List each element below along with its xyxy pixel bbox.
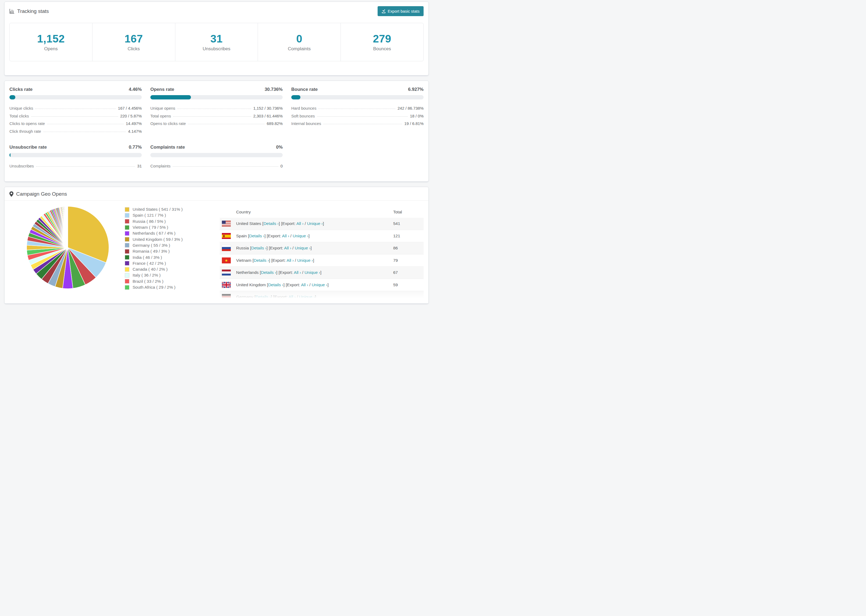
rate-value: 4.46%: [129, 87, 142, 92]
legend-swatch-icon: [125, 219, 129, 223]
legend-item-india[interactable]: India ( 46 / 3% ): [125, 254, 183, 260]
legend-item-south-africa[interactable]: South Africa ( 29 / 2% ): [125, 284, 183, 290]
country-name: Germany [: [236, 295, 255, 299]
export-prefix: ] [Export:: [271, 295, 288, 299]
rate-detail-label: Hard bounces: [291, 106, 316, 110]
export-all-link[interactable]: All ›: [288, 295, 296, 299]
legend-item-netherlands[interactable]: Netherlands ( 67 / 4% ): [125, 230, 183, 236]
legend-item-brazil[interactable]: Brazil ( 33 / 2% ): [125, 278, 183, 284]
export-unique-link[interactable]: Unique ›: [304, 270, 320, 275]
total-column-header: Total: [393, 210, 424, 214]
tracking-stats-card: Tracking stats Export basic stats 1,152O…: [5, 2, 428, 75]
legend-item-france[interactable]: France ( 42 / 2% ): [125, 261, 183, 266]
export-all-link[interactable]: All ›: [282, 234, 290, 238]
progress-bar: [9, 95, 142, 99]
rate-title: Clicks rate: [9, 87, 33, 92]
progress-fill: [9, 95, 15, 99]
stat-value: 31: [210, 33, 223, 45]
export-prefix: ] [Export:: [269, 258, 287, 262]
flag-ru-icon: [222, 245, 231, 251]
details-link[interactable]: Details ›: [254, 258, 269, 262]
legend-label: Brazil ( 33 / 2% ): [132, 279, 164, 284]
rate-detail-row: Soft bounces18 / 0%: [291, 114, 424, 121]
country-name: Spain [: [236, 234, 249, 238]
link-separator: /: [301, 270, 304, 275]
rate-detail-label: Click through rate: [9, 129, 41, 134]
progress-fill: [9, 153, 11, 157]
dotted-leader: [35, 108, 116, 109]
legend-item-romania[interactable]: Romania ( 49 / 3% ): [125, 248, 183, 254]
details-link[interactable]: Details ›: [268, 283, 283, 287]
export-all-link[interactable]: All ›: [296, 221, 304, 226]
rate-detail-label: Unsubscribes: [9, 164, 34, 168]
legend-item-germany[interactable]: Germany ( 55 / 3% ): [125, 242, 183, 248]
export-unique-link[interactable]: Unique ›: [293, 234, 309, 238]
geo-row-country-cell: Vietnam [Details ›] [Export: All › / Uni…: [236, 258, 393, 263]
export-prefix: ] [Export:: [276, 270, 294, 275]
details-link[interactable]: Details ›: [249, 234, 265, 238]
geo-table-row-russia: Russia [Details ›] [Export: All › / Uniq…: [220, 242, 424, 255]
export-prefix: ] [Export:: [279, 221, 296, 226]
geo-table-row-united-states: United States [Details ›] [Export: All ›…: [220, 218, 424, 230]
export-unique-link[interactable]: Unique ›: [307, 221, 323, 226]
export-all-link[interactable]: All ›: [287, 258, 294, 262]
export-unique-link[interactable]: Unique ›: [299, 295, 315, 299]
rate-value: 0%: [276, 145, 283, 150]
legend-item-russia[interactable]: Russia ( 86 / 5% ): [125, 218, 183, 225]
bracket-close: ]: [313, 258, 314, 262]
details-link[interactable]: Details ›: [255, 295, 271, 299]
rate-detail-value: 220 / 5.87%: [120, 114, 142, 118]
export-all-link[interactable]: All ›: [284, 246, 291, 250]
rate-block-bounce-rate: Bounce rate6.927%Hard bounces242 / 86.73…: [291, 87, 424, 137]
legend-label: Canada ( 40 / 2% ): [132, 267, 168, 272]
progress-bar: [150, 153, 283, 157]
legend-item-united-states[interactable]: United States ( 541 / 31% ): [125, 206, 183, 212]
country-column-header: Country: [236, 210, 393, 214]
export-prefix: ] [Export:: [283, 283, 301, 287]
export-unique-link[interactable]: Unique ›: [312, 283, 328, 287]
legend-swatch-icon: [125, 255, 129, 259]
pie-slice-other: [68, 206, 68, 248]
geo-row-country-cell: Russia [Details ›] [Export: All › / Uniq…: [236, 246, 393, 250]
flag-de-icon: [222, 294, 231, 300]
rate-detail-label: Internal bounces: [291, 121, 321, 126]
flag-nl-icon: [222, 270, 231, 275]
campaign-geo-opens-card: Campaign Geo Opens United States ( 541 /…: [5, 187, 428, 303]
legend-label: United States ( 541 / 31% ): [132, 207, 183, 212]
export-unique-link[interactable]: Unique ›: [295, 246, 311, 250]
geo-pie-legend: United States ( 541 / 31% )Spain ( 121 /…: [125, 206, 183, 290]
rate-head: Unsubscribe rate0.77%: [9, 145, 142, 150]
rate-detail-list: Hard bounces242 / 86.738%Soft bounces18 …: [291, 106, 424, 129]
country-name: United States [: [236, 221, 264, 226]
legend-swatch-icon: [125, 231, 129, 236]
legend-item-italy[interactable]: Italy ( 36 / 2% ): [125, 272, 183, 278]
export-basic-stats-button[interactable]: Export basic stats: [378, 6, 424, 16]
export-unique-link[interactable]: Unique ›: [297, 258, 313, 262]
rate-detail-list: Unique clicks167 / 4.456%Total clicks220…: [9, 106, 142, 137]
legend-item-canada[interactable]: Canada ( 40 / 2% ): [125, 266, 183, 272]
rate-detail-value: 31: [137, 164, 142, 168]
legend-swatch-icon: [125, 207, 129, 212]
rate-detail-value: 14.497%: [126, 121, 142, 126]
stats-summary-row: 1,152Opens167Clicks31Unsubscribes0Compla…: [9, 23, 424, 61]
geo-table-row-united-kingdom: United Kingdom [Details ›] [Export: All …: [220, 279, 424, 291]
rate-head: Clicks rate4.46%: [9, 87, 142, 92]
export-all-link[interactable]: All ›: [294, 270, 301, 275]
export-prefix: ] [Export:: [265, 234, 282, 238]
legend-label: France ( 42 / 2% ): [132, 261, 166, 266]
legend-label: Spain ( 121 / 7% ): [132, 213, 166, 218]
rate-detail-value: 167 / 4.456%: [118, 106, 142, 110]
legend-item-spain[interactable]: Spain ( 121 / 7% ): [125, 212, 183, 218]
legend-swatch-icon: [125, 267, 129, 272]
details-link[interactable]: Details ›: [251, 246, 266, 250]
stat-value: 279: [373, 33, 391, 45]
legend-item-vietnam[interactable]: Vietnam ( 79 / 5% ): [125, 225, 183, 230]
details-link[interactable]: Details ›: [261, 270, 276, 275]
details-link[interactable]: Details ›: [264, 221, 279, 226]
rate-detail-row: Click through rate4.147%: [9, 129, 142, 137]
legend-item-united-kingdom[interactable]: United Kingdom ( 59 / 3% ): [125, 236, 183, 242]
rate-block-opens-rate: Opens rate30.736%Unique opens1,152 / 30.…: [150, 87, 283, 137]
legend-label: Netherlands ( 67 / 4% ): [132, 231, 175, 236]
export-all-link[interactable]: All ›: [301, 283, 308, 287]
stat-value: 0: [296, 33, 302, 45]
